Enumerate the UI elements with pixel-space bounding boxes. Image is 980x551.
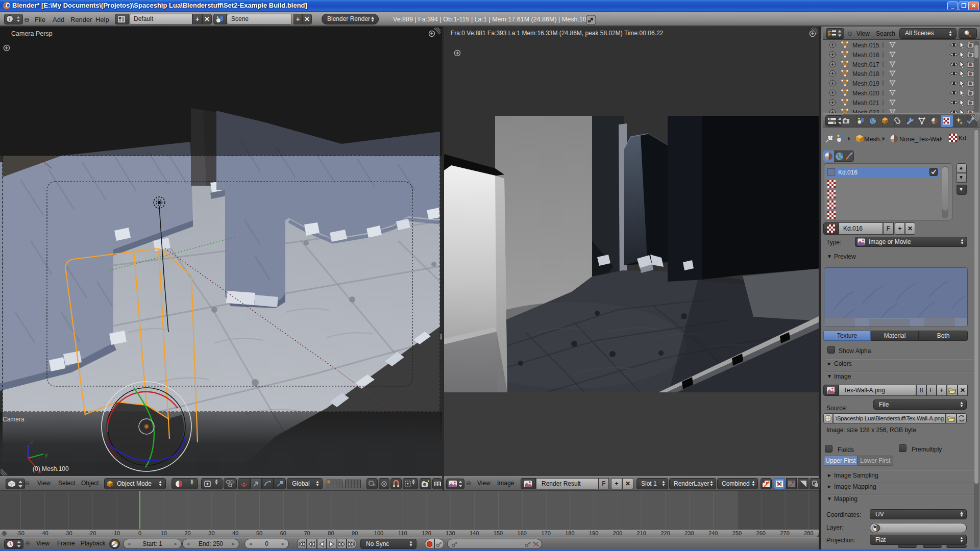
svg-text:Mesh.016: Mesh.016 <box>852 51 879 58</box>
svg-text:z: z <box>31 439 34 445</box>
svg-text:y: y <box>45 452 48 458</box>
svg-text:Mesh.017: Mesh.017 <box>852 61 879 68</box>
svg-text:Mesh.019: Mesh.019 <box>852 80 879 87</box>
svg-text:i: i <box>9 16 10 22</box>
svg-text:(0) Mesh.100: (0) Mesh.100 <box>33 465 69 472</box>
svg-text:Mesh.020: Mesh.020 <box>852 90 879 97</box>
svg-text:Camera Persp: Camera Persp <box>11 30 53 37</box>
svg-text:Mesh.: Mesh. <box>864 136 881 143</box>
svg-text:Camera: Camera <box>3 416 24 423</box>
svg-text:Mesh.015: Mesh.015 <box>852 42 879 49</box>
svg-text:Mesh.021: Mesh.021 <box>852 99 879 106</box>
svg-text:None_Tex-Wal: None_Tex-Wal <box>899 136 941 143</box>
svg-text:8: 8 <box>373 483 376 487</box>
svg-text:Fra:0 Ve:881 Fa:393 La:1 Mem:: Fra:0 Ve:881 Fa:393 La:1 Mem:16.33M (24.… <box>451 30 664 37</box>
svg-text:Mesh.018: Mesh.018 <box>852 70 879 78</box>
